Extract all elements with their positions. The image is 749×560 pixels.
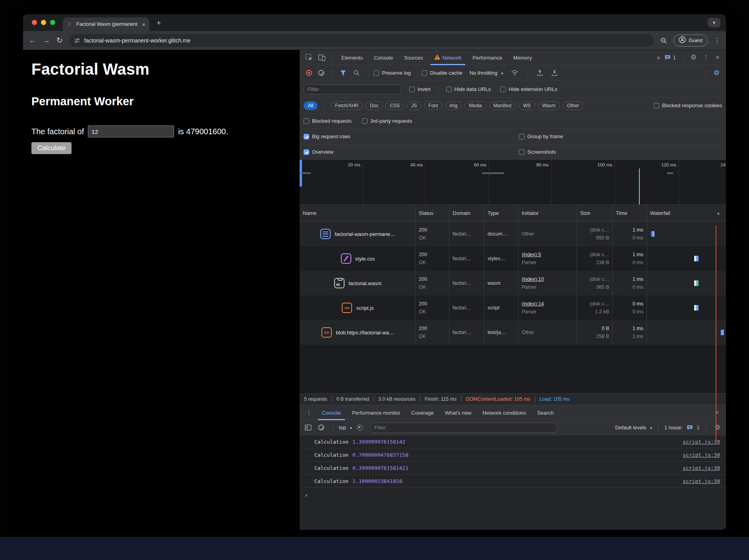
column-header-time[interactable]: Time [613, 205, 647, 221]
import-har-icon[interactable] [537, 70, 543, 76]
devtools-menu-icon[interactable]: ⋮ [703, 54, 709, 61]
issue-counter[interactable]: 1 Issue: [664, 425, 683, 431]
search-icon[interactable] [353, 70, 360, 76]
disable-cache-checkbox[interactable]: Disable cache [422, 70, 463, 76]
network-overview-timeline[interactable]: 20 ms40 ms60 ms80 ms100 ms120 ms14 [300, 160, 726, 205]
console-prompt-icon[interactable]: › [300, 488, 726, 499]
new-tab-button[interactable]: + [157, 19, 161, 27]
console-source-link[interactable]: script.js:30 [683, 452, 720, 458]
drawer-tab-console[interactable]: Console [316, 405, 346, 420]
tab-search-button[interactable]: ▾ [708, 18, 720, 27]
clear-console-icon[interactable] [318, 425, 324, 431]
initiator-link[interactable]: (index):10 [522, 275, 573, 283]
record-network-log-icon[interactable] [306, 70, 312, 76]
filter-chip-css[interactable]: CSS [385, 101, 404, 110]
devtools-settings-icon[interactable]: ⚙ [691, 53, 697, 62]
column-header-domain[interactable]: Domain [449, 205, 484, 221]
filter-chip-wasm[interactable]: Wasm [538, 101, 560, 110]
drawer-tab-network-conditions[interactable]: Network conditions [477, 405, 532, 420]
screenshots-checkbox[interactable]: Screenshots [519, 149, 556, 155]
request-row[interactable]: style.css200OKfactori…styles…(index):5Pa… [300, 246, 726, 271]
filter-chip-other[interactable]: Other [563, 101, 583, 110]
filter-chip-all[interactable]: All [304, 101, 317, 110]
tab-performance[interactable]: Performance [467, 50, 507, 65]
console-source-link[interactable]: script.js:30 [683, 465, 720, 471]
group-by-frame-checkbox[interactable]: Group by frame [519, 133, 563, 139]
filter-chip-doc[interactable]: Doc [366, 101, 383, 110]
filter-chip-ws[interactable]: WS [519, 101, 535, 110]
drawer-menu-icon[interactable]: ⋮ [306, 409, 312, 416]
overview-checkbox[interactable]: Overview [304, 149, 333, 155]
network-filter-input[interactable] [304, 84, 401, 95]
hide-data-urls-checkbox[interactable]: Hide data URLs [446, 86, 491, 92]
filter-chip-media[interactable]: Media [464, 101, 486, 110]
column-header-name[interactable]: Name [300, 205, 416, 221]
column-header-size[interactable]: Size [577, 205, 613, 221]
address-bar[interactable]: factorial-wasm-permanent-worker.glitch.m… [69, 34, 654, 47]
column-header-type[interactable]: Type [484, 205, 519, 221]
filter-funnel-icon[interactable] [340, 70, 346, 76]
browser-tab[interactable]: ! Factorial Wasm (permanent W × [63, 17, 149, 31]
tab-network[interactable]: Network [429, 50, 467, 65]
reload-button[interactable]: ↻ [56, 37, 63, 44]
execution-context-dropdown[interactable]: top ▾ [339, 425, 352, 431]
drawer-tab-performance-monitor[interactable]: Performance monitor [346, 405, 406, 420]
browser-menu-button[interactable]: ⋮ [714, 37, 720, 44]
factorial-input[interactable] [88, 126, 174, 137]
drawer-tab-coverage[interactable]: Coverage [406, 405, 439, 420]
network-settings-icon[interactable]: ⚙ [714, 69, 720, 77]
clear-network-log-icon[interactable] [318, 70, 324, 76]
forward-button[interactable]: → [43, 37, 50, 44]
big-request-rows-checkbox[interactable]: Big request rows [304, 133, 350, 139]
export-har-icon[interactable] [552, 70, 557, 76]
live-expression-icon[interactable] [357, 425, 363, 431]
zoom-level-icon[interactable] [660, 37, 667, 44]
third-party-requests-checkbox[interactable]: 3rd-party requests [362, 118, 412, 124]
calculate-button[interactable]: Calculate [31, 142, 72, 154]
invert-checkbox[interactable]: Invert [409, 86, 431, 92]
column-header-status[interactable]: Status [416, 205, 449, 221]
console-filter-input[interactable] [370, 423, 558, 433]
minimize-window-button[interactable] [41, 20, 46, 25]
network-conditions-icon[interactable] [511, 70, 519, 76]
maximize-window-button[interactable] [50, 20, 55, 25]
request-row[interactable]: blob:https://factorial-wa…200OKfactori…t… [300, 320, 726, 345]
blocked-response-cookies-checkbox[interactable]: Blocked response cookies [654, 102, 722, 108]
console-sidebar-icon[interactable] [305, 425, 312, 431]
tab-close-icon[interactable]: × [142, 21, 145, 28]
request-row[interactable]: script.js200OKfactori…script(index):14Pa… [300, 295, 726, 320]
column-header-initiator[interactable]: Initiator [519, 205, 577, 221]
filter-chip-fetch-xhr[interactable]: Fetch/XHR [331, 101, 363, 110]
request-row[interactable]: factorial.wasm200OKfactori…wasm(index):1… [300, 271, 726, 295]
drawer-tab-search[interactable]: Search [532, 405, 559, 420]
column-header-waterfall[interactable]: Waterfall▲ [647, 205, 726, 221]
preserve-log-checkbox[interactable]: Preserve log [374, 70, 411, 76]
tab-memory[interactable]: Memory [508, 50, 538, 65]
log-levels-dropdown[interactable]: Default levels ▾ [615, 425, 652, 431]
profile-button[interactable]: Guest [674, 35, 708, 46]
console-source-link[interactable]: script.js:30 [683, 439, 720, 445]
initiator-link[interactable]: (index):14 [522, 300, 573, 308]
tab-sources[interactable]: Sources [399, 50, 429, 65]
devtools-close-icon[interactable]: × [716, 54, 720, 62]
tab-elements[interactable]: Elements [336, 50, 368, 65]
console-source-link[interactable]: script.js:30 [683, 478, 720, 484]
drawer-tab-what-s-new[interactable]: What's new [439, 405, 477, 420]
inspect-element-icon[interactable] [305, 54, 313, 62]
filter-chip-font[interactable]: Font [424, 101, 442, 110]
issues-icon[interactable] [664, 55, 671, 60]
throttling-dropdown[interactable]: No throttling ▾ [470, 70, 503, 76]
blocked-requests-checkbox[interactable]: Blocked requests [304, 118, 352, 124]
back-button[interactable]: ← [29, 37, 36, 44]
filter-chip-js[interactable]: JS [407, 101, 421, 110]
device-toolbar-icon[interactable] [318, 54, 326, 62]
hide-extension-urls-checkbox[interactable]: Hide extension URLs [500, 86, 557, 92]
close-window-button[interactable] [32, 20, 37, 25]
request-row[interactable]: factorial-wasm-permane…200OKfactori…docu… [300, 222, 726, 246]
more-tabs-icon[interactable]: » [657, 54, 660, 61]
site-settings-icon[interactable] [74, 37, 80, 44]
tab-console[interactable]: Console [368, 50, 399, 65]
filter-chip-img[interactable]: Img [445, 101, 462, 110]
filter-chip-manifest[interactable]: Manifest [489, 101, 516, 110]
initiator-link[interactable]: (index):5 [522, 251, 573, 259]
